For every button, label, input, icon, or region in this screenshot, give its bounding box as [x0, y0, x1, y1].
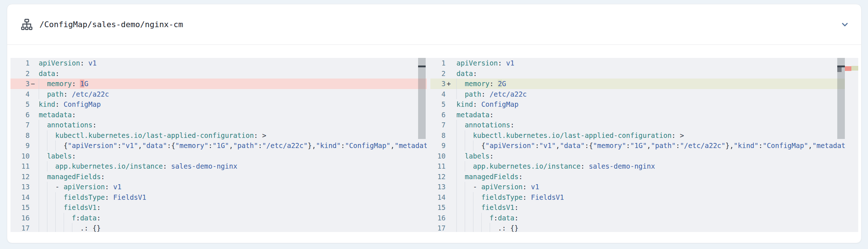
code-line[interactable]: 8 kubectl.kubernetes.io/last-applied-con… [430, 130, 858, 141]
code-line[interactable]: 2data: [430, 68, 858, 79]
code-text: fieldsV1: [39, 202, 427, 213]
code-line[interactable]: 2data: [10, 68, 427, 79]
code-line[interactable]: 9 {"apiVersion":"v1","data":{"memory":"1… [430, 140, 858, 151]
code-line[interactable]: 1apiVersion: v1 [10, 58, 427, 68]
code-text: {"apiVersion":"v1","data":{"memory":"1G"… [456, 140, 858, 151]
code-text: labels: [39, 151, 427, 161]
indent-guide [39, 213, 39, 223]
code-line[interactable]: 12 managedFields: [10, 172, 427, 182]
modified-vertical-scrollbar[interactable] [837, 58, 845, 232]
indent-guide [39, 79, 39, 89]
ruler-removed-marker [845, 66, 851, 71]
indent-guide [456, 202, 457, 213]
code-line[interactable]: 13 - apiVersion: v1 [430, 182, 858, 192]
code-line[interactable]: 4 path: /etc/a22c [10, 89, 427, 100]
indent-guide [39, 161, 39, 172]
code-line[interactable]: 14 fieldsType: FieldsV1 [430, 192, 858, 203]
code-line[interactable]: 6metadata: [10, 110, 427, 120]
code-line[interactable]: 5kind: ConfigMap [430, 99, 858, 110]
line-number: 2 [10, 68, 30, 79]
diff-pane-original: 1apiVersion: v12data:3− memory: 1G4 path… [10, 58, 427, 232]
indent-guide [473, 192, 473, 203]
code-line[interactable]: 14 fieldsType: FieldsV1 [10, 192, 427, 203]
indent-guide [47, 202, 47, 213]
code-text: fieldsType: FieldsV1 [39, 192, 427, 203]
code-text: annotations: [39, 120, 427, 130]
diff-pane-modified: 1apiVersion: v12data:3+ memory: 2G4 path… [430, 58, 858, 232]
code-text: data: [456, 68, 858, 79]
code-line[interactable]: 1apiVersion: v1 [430, 58, 858, 68]
code-text: app.kubernetes.io/instance: sales-demo-n… [456, 161, 858, 172]
code-line[interactable]: 15 fieldsV1: [430, 202, 858, 213]
code-text: kubectl.kubernetes.io/last-applied-confi… [39, 130, 427, 141]
indent-guide [473, 223, 473, 232]
indent-guide [465, 213, 465, 223]
code-text: - apiVersion: v1 [39, 182, 427, 192]
code-line[interactable]: 3+ memory: 2G [430, 79, 858, 89]
code-text: memory: 2G [456, 79, 858, 89]
line-number: 12 [10, 172, 30, 182]
code-text: managedFields: [456, 172, 858, 182]
code-line[interactable]: 9 {"apiVersion":"v1","data":{"memory":"1… [10, 140, 427, 151]
code-line[interactable]: 3− memory: 1G [10, 79, 427, 89]
line-number: 9 [430, 140, 446, 151]
line-number: 14 [10, 192, 30, 203]
code-text: metadata: [456, 110, 858, 120]
indent-guide [465, 130, 465, 141]
code-line[interactable]: 11 app.kubernetes.io/instance: sales-dem… [10, 161, 427, 172]
indent-guide [39, 130, 39, 141]
diff-overview-ruler[interactable] [845, 58, 858, 232]
code-line[interactable]: 10 labels: [430, 151, 858, 161]
code-line[interactable]: 4 path: /etc/a22c [430, 89, 858, 100]
code-line[interactable]: 7 annotations: [430, 120, 858, 130]
code-text: labels: [456, 151, 858, 161]
code-line[interactable]: 6metadata: [430, 110, 858, 120]
code-line[interactable]: 8 kubectl.kubernetes.io/last-applied-con… [10, 130, 427, 141]
indent-guide [456, 140, 457, 151]
code-line[interactable]: 12 managedFields: [430, 172, 858, 182]
line-number: 3 [10, 79, 30, 89]
line-number: 1 [430, 58, 446, 68]
code-line[interactable]: 11 app.kubernetes.io/instance: sales-dem… [430, 161, 858, 172]
indent-guide [55, 213, 56, 223]
indent-guide [39, 151, 39, 161]
code-line[interactable]: 7 annotations: [10, 120, 427, 130]
indent-guide [473, 213, 473, 223]
line-number: 12 [430, 172, 446, 182]
indent-guide [39, 202, 39, 213]
line-number: 1 [10, 58, 30, 68]
code-line[interactable]: 13 - apiVersion: v1 [10, 182, 427, 192]
line-number: 8 [430, 130, 446, 141]
indent-guide [456, 89, 457, 100]
chevron-down-icon[interactable] [841, 21, 849, 29]
line-number: 6 [430, 110, 446, 120]
code-line[interactable]: 17 .: {} [10, 223, 427, 232]
indent-guide [55, 202, 56, 213]
code-line[interactable]: 16 f:data: [10, 213, 427, 223]
original-vertical-scrollbar[interactable] [418, 58, 426, 232]
indent-guide [64, 223, 64, 232]
code-line[interactable]: 16 f:data: [430, 213, 858, 223]
indent-guide [465, 161, 465, 172]
indent-guide [456, 223, 457, 232]
code-text: kind: ConfigMap [39, 99, 427, 110]
indent-guide [456, 182, 457, 192]
hierarchy-icon [21, 18, 33, 31]
scrollbar-thumb[interactable] [837, 58, 845, 139]
indent-guide [39, 192, 39, 203]
line-number: 15 [10, 202, 30, 213]
indent-guide [47, 182, 47, 192]
scrollbar-thumb[interactable] [418, 58, 426, 139]
code-text: apiVersion: v1 [39, 58, 427, 68]
indent-guide [47, 140, 47, 151]
indent-guide [72, 223, 72, 232]
code-line[interactable]: 15 fieldsV1: [10, 202, 427, 213]
code-lines: 1apiVersion: v12data:3+ memory: 2G4 path… [430, 58, 858, 232]
code-text: path: /etc/a22c [39, 89, 427, 100]
code-line[interactable]: 5kind: ConfigMap [10, 99, 427, 110]
code-line[interactable]: 17 .: {} [430, 223, 858, 232]
code-text: memory: 1G [39, 79, 427, 89]
code-line[interactable]: 10 labels: [10, 151, 427, 161]
code-text: - apiVersion: v1 [456, 182, 858, 192]
resource-diff-card: /ConfigMap/sales-demo/nginx-cm 1apiVersi… [7, 4, 861, 243]
